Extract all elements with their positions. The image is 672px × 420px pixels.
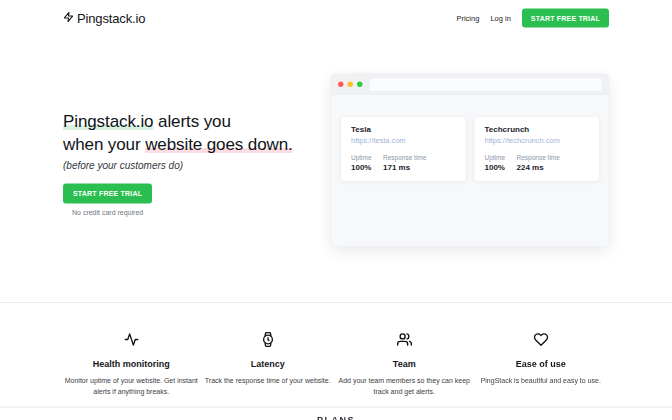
watch-icon: [260, 340, 275, 349]
hero-copy: Pingstack.io alerts you when your websit…: [63, 74, 293, 246]
header-start-trial-button[interactable]: START FREE TRIAL: [522, 9, 609, 28]
browser-titlebar: [331, 74, 609, 95]
feature-description: Track the response time of your website.: [201, 376, 335, 387]
feature-team: Team Add your team members so they can k…: [336, 332, 473, 397]
nav-link-login[interactable]: Log in: [490, 14, 510, 23]
response-time-stat: Response time 224 ms: [517, 154, 560, 173]
hero-cta-group: START FREE TRIAL No credit card required: [63, 184, 152, 217]
feature-title: Latency: [200, 359, 337, 370]
brand-name: Pingstack.io: [77, 10, 145, 26]
headline-highlight-brand: Pingstack.io: [63, 111, 153, 130]
traffic-light-minimize-icon: [348, 82, 354, 88]
features-row: Health monitoring Monitor uptime of your…: [63, 303, 609, 407]
activity-icon: [124, 340, 139, 349]
users-icon: [397, 340, 412, 349]
feature-description: Monitor uptime of your website. Get inst…: [64, 376, 198, 397]
monitor-url-link[interactable]: https://techcrunch.com: [485, 136, 590, 145]
brand-logo[interactable]: Pingstack.io: [63, 10, 145, 26]
hero-start-trial-button[interactable]: START FREE TRIAL: [63, 184, 152, 204]
feature-latency: Latency Track the response time of your …: [200, 332, 337, 397]
features-section: Health monitoring Monitor uptime of your…: [0, 302, 672, 407]
uptime-stat: Uptime 100%: [485, 154, 517, 173]
headline-highlight-down: website goes down.: [145, 134, 293, 153]
feature-description: PingStack is beautiful and easy to use.: [474, 376, 608, 387]
plans-section: PLANS: [0, 407, 672, 420]
no-credit-card-note: No credit card required: [63, 208, 152, 216]
heart-icon: [533, 340, 548, 349]
nav-link-pricing[interactable]: Pricing: [456, 14, 479, 23]
browser-window-mockup: Tesla https://tesla.com Uptime 100% Resp…: [331, 74, 609, 246]
traffic-light-zoom-icon: [357, 82, 363, 88]
uptime-value: 100%: [351, 163, 383, 172]
monitor-card-techcrunch: Techcrunch https://techcrunch.com Uptime…: [475, 117, 600, 181]
hero-subheadline: (before your customers do): [63, 160, 293, 172]
response-time-label: Response time: [517, 154, 560, 162]
zap-icon: [63, 12, 74, 25]
feature-title: Health monitoring: [63, 359, 200, 370]
response-time-value: 171 ms: [383, 163, 426, 172]
uptime-label: Uptime: [485, 154, 517, 162]
monitor-url-link[interactable]: https://tesla.com: [351, 136, 456, 145]
feature-health-monitoring: Health monitoring Monitor uptime of your…: [63, 332, 200, 397]
browser-url-bar: [370, 77, 603, 91]
feature-title: Ease of use: [473, 359, 610, 370]
landing-page: Pingstack.io Pricing Log in START FREE T…: [0, 0, 672, 420]
uptime-label: Uptime: [351, 154, 383, 162]
response-time-value: 224 ms: [517, 163, 560, 172]
monitor-name: Tesla: [351, 125, 456, 134]
feature-description: Add your team members so they can keep t…: [337, 376, 471, 397]
traffic-light-close-icon: [338, 82, 344, 88]
monitor-name: Techcrunch: [485, 125, 590, 134]
monitor-stats: Uptime 100% Response time 171 ms: [351, 154, 456, 173]
monitor-stats: Uptime 100% Response time 224 ms: [485, 154, 590, 173]
header-nav: Pricing Log in START FREE TRIAL: [456, 9, 609, 28]
headline-line2-start: when your: [63, 134, 145, 153]
monitor-dashboard: Tesla https://tesla.com Uptime 100% Resp…: [331, 95, 609, 181]
response-time-stat: Response time 171 ms: [383, 154, 426, 173]
hero-section: Pingstack.io alerts you when your websit…: [63, 74, 609, 246]
response-time-label: Response time: [383, 154, 426, 162]
feature-ease-of-use: Ease of use PingStack is beautiful and e…: [473, 332, 610, 397]
uptime-stat: Uptime 100%: [351, 154, 383, 173]
headline-line1-rest: alerts you: [153, 111, 230, 130]
uptime-value: 100%: [485, 163, 517, 172]
feature-title: Team: [336, 359, 473, 370]
monitor-card-tesla: Tesla https://tesla.com Uptime 100% Resp…: [341, 117, 466, 181]
header: Pingstack.io Pricing Log in START FREE T…: [63, 0, 609, 29]
plans-heading: PLANS: [0, 415, 672, 420]
hero-headline: Pingstack.io alerts you when your websit…: [63, 109, 293, 155]
